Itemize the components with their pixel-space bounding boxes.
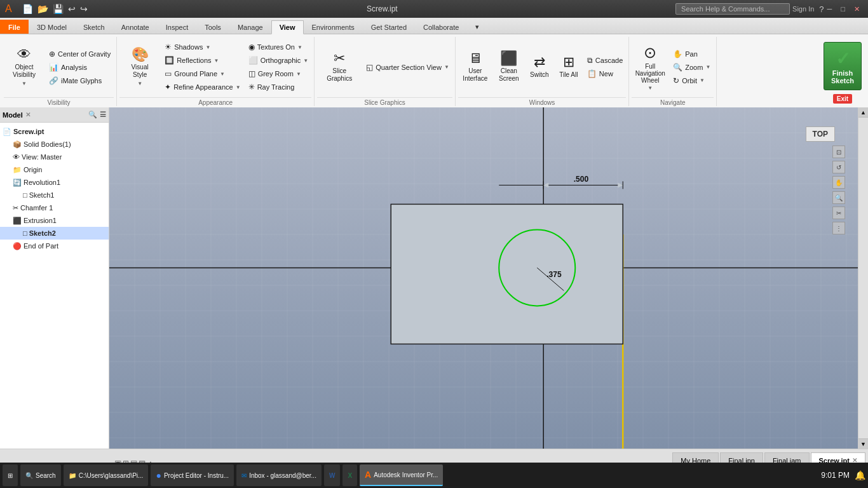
imate-glyphs-button[interactable]: 🔗 iMate Glyphs: [46, 74, 114, 87]
tab-file[interactable]: File: [0, 20, 29, 34]
view-more-icon[interactable]: ⋮: [832, 222, 845, 234]
tree-item-extrusion1[interactable]: ⬛ Extrusion1: [0, 214, 109, 227]
zoom-button[interactable]: 🔍 Zoom ▼: [670, 61, 714, 74]
textures-button[interactable]: ◉ Textures On ▼: [245, 41, 312, 53]
view-section-icon[interactable]: ✂: [832, 207, 845, 219]
view-rotate-icon[interactable]: ↺: [832, 161, 845, 173]
pan-button[interactable]: ✋ Pan: [670, 48, 714, 60]
view-fit-icon[interactable]: ⊡: [832, 146, 845, 158]
tree-item-end-of-part[interactable]: 🔴 End of Part: [0, 240, 109, 252]
tab-sketch[interactable]: Sketch: [75, 20, 113, 34]
quick-access-toolbar: 📄 📂 💾 ↩ ↪: [21, 3, 89, 15]
finish-sketch-area: ✓ Finish Sketch Exit: [818, 37, 867, 106]
analysis-button[interactable]: 📊 Analysis: [46, 61, 114, 74]
tab-inspect[interactable]: Inspect: [158, 20, 196, 34]
center-of-gravity-button[interactable]: ⊕ Center of Gravity: [46, 48, 114, 60]
minimize-button[interactable]: ─: [824, 4, 836, 15]
start-button[interactable]: ⊞: [3, 464, 18, 486]
appearance-group-content: 🎨 Visual Style ▼ ☀ Shadows ▼ 🔲 Reflectio…: [119, 38, 311, 97]
tab-environments[interactable]: Environments: [304, 20, 363, 34]
slice-graphics-button[interactable]: ✂ Slice Graphics: [317, 46, 362, 88]
tab-annotate[interactable]: Annotate: [113, 20, 158, 34]
exit-button[interactable]: Exit: [833, 94, 852, 104]
windows-small-col: ⧉ Cascade 📋 New: [584, 54, 626, 80]
tree-item-screwips[interactable]: 📄 Screw.ipt: [0, 125, 109, 138]
user-interface-label: User Interface: [462, 67, 489, 83]
search-taskbar[interactable]: 🔍 Search: [20, 464, 61, 486]
panel-search-icon[interactable]: 🔍: [88, 111, 97, 119]
right-scrollbar[interactable]: ▲ ▼: [858, 107, 868, 449]
full-nav-wheel-button[interactable]: ⊙ Full Navigation Wheel ▼: [632, 46, 668, 88]
scroll-track[interactable]: [858, 118, 868, 438]
navigate-group-label: Navigate: [632, 97, 714, 106]
tree-item-origin[interactable]: 📁 Origin: [0, 163, 109, 176]
close-button[interactable]: ✕: [851, 4, 863, 15]
refine-icon: ✦: [165, 83, 171, 92]
reflections-button[interactable]: 🔲 Reflections ▼: [161, 54, 244, 67]
visual-style-button[interactable]: 🎨 Visual Style ▼: [119, 46, 160, 88]
ray-tracing-button[interactable]: ✳ Ray Tracing: [245, 81, 312, 93]
ground-plane-button[interactable]: ▭ Ground Plane ▼: [161, 67, 244, 80]
visibility-group-content: 👁 Object Visibility ▼ ⊕ Center of Gravit…: [4, 38, 114, 97]
panel-x-icon[interactable]: ✕: [25, 111, 31, 118]
sign-in-link[interactable]: Sign In: [792, 5, 814, 13]
orbit-button[interactable]: ↻ Orbit ▼: [670, 74, 714, 87]
taskbar-chrome[interactable]: ● Project Editor - Instru...: [151, 464, 234, 486]
tree-item-solid-bodies[interactable]: 📦 Solid Bodies(1): [0, 138, 109, 151]
tab-more[interactable]: ▾: [467, 20, 487, 34]
tree-item-sketch1[interactable]: □ Sketch1: [0, 189, 109, 201]
scroll-down-button[interactable]: ▼: [858, 438, 868, 449]
refine-appearance-button[interactable]: ✦ Refine Appearance ▼: [161, 81, 244, 93]
search-input[interactable]: [675, 3, 790, 15]
undo-icon[interactable]: ↩: [67, 3, 77, 15]
cascade-button[interactable]: ⧉ Cascade: [584, 54, 626, 67]
taskbar-file-explorer[interactable]: 📁 C:\Users\glassand\Pi...: [64, 464, 149, 486]
orthographic-button[interactable]: ⬜ Orthographic ▼: [245, 54, 312, 67]
tab-collaborate[interactable]: Collaborate: [415, 20, 467, 34]
tree-item-view-master[interactable]: 👁 View: Master: [0, 151, 109, 163]
quarter-section-button[interactable]: ◱ Quarter Section View ▼: [363, 61, 452, 74]
sketch-canvas[interactable]: [109, 107, 858, 449]
appearance-col2: ◉ Textures On ▼ ⬜ Orthographic ▼ ◫ Grey …: [245, 41, 312, 93]
slice-graphics-group: ✂ Slice Graphics ◱ Quarter Section View …: [315, 37, 456, 106]
tree-item-chamfer1[interactable]: ✂ Chamfer 1: [0, 201, 109, 214]
taskbar-excel[interactable]: X: [342, 464, 357, 486]
open-icon[interactable]: 📂: [36, 3, 50, 15]
tab-get-started[interactable]: Get Started: [363, 20, 415, 34]
tree-item-sketch2[interactable]: □ Sketch2: [0, 227, 109, 240]
tree-item-revolution1[interactable]: 🔄 Revolution1: [0, 176, 109, 189]
canvas-area[interactable]: TOP ⊡ ↺ ✋ 🔍 ✂ ⋮: [109, 107, 858, 449]
tile-all-button[interactable]: ⊞ Tile All: [555, 46, 583, 88]
object-visibility-label: Object Visibility: [8, 64, 41, 79]
scroll-up-button[interactable]: ▲: [858, 107, 868, 118]
panel-menu-icon[interactable]: ☰: [100, 111, 106, 119]
tab-3dmodel[interactable]: 3D Model: [29, 20, 75, 34]
view-zoom2-icon[interactable]: 🔍: [832, 191, 845, 204]
finish-sketch-button[interactable]: ✓ Finish Sketch: [824, 42, 862, 90]
redo-icon[interactable]: ↪: [79, 3, 89, 15]
visual-style-arrow: ▼: [137, 81, 142, 86]
tab-tools[interactable]: Tools: [196, 20, 229, 34]
taskbar-outlook[interactable]: ✉ Inbox - glassand@ber...: [236, 464, 322, 486]
object-visibility-button[interactable]: 👁 Object Visibility ▼: [4, 46, 44, 88]
new-window-button[interactable]: 📋 New: [584, 67, 626, 80]
shadows-button[interactable]: ☀ Shadows ▼: [161, 41, 244, 53]
taskbar-word[interactable]: W: [324, 464, 340, 486]
notification-icon[interactable]: 🔔: [855, 470, 865, 480]
switch-icon: ⇄: [534, 55, 545, 69]
grey-room-button[interactable]: ◫ Grey Room ▼: [245, 67, 312, 80]
quarter-section-icon: ◱: [366, 63, 373, 72]
new-icon[interactable]: 📄: [21, 3, 34, 15]
view-pan2-icon[interactable]: ✋: [832, 176, 845, 189]
tab-view[interactable]: View: [271, 20, 304, 34]
clean-screen-button[interactable]: ⬛ Clean Screen: [494, 46, 524, 88]
save-icon[interactable]: 💾: [51, 3, 65, 15]
title-bar: A 📄 📂 💾 ↩ ↪ Screw.ipt Sign In ? ─ □ ✕: [0, 0, 868, 18]
taskbar-inventor[interactable]: A Autodesk Inventor Pr...: [360, 464, 443, 486]
maximize-button[interactable]: □: [837, 4, 848, 15]
tree-origin-icon: 📁: [13, 166, 22, 174]
help-icon[interactable]: ?: [819, 4, 824, 14]
user-interface-button[interactable]: 🖥 User Interface: [458, 46, 492, 88]
switch-button[interactable]: ⇄ Switch: [526, 46, 553, 88]
tab-manage[interactable]: Manage: [229, 20, 271, 34]
